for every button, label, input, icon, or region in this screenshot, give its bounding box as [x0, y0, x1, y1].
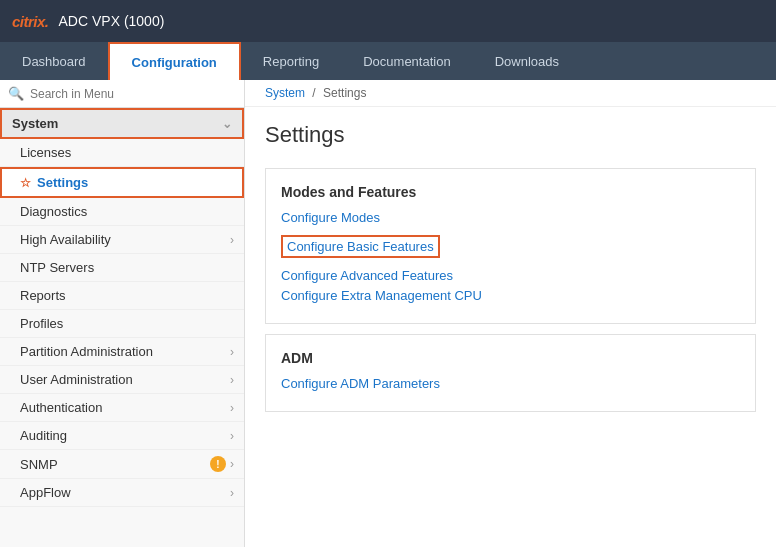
chevron-right-icon-auth: › [230, 401, 234, 415]
breadcrumb-current: Settings [323, 86, 366, 100]
sidebar-item-auditing[interactable]: Auditing › [0, 422, 244, 450]
sidebar-item-appflow[interactable]: AppFlow › [0, 479, 244, 507]
top-bar: citrix. ADC VPX (1000) [0, 0, 776, 42]
content-section-modes-features: Modes and Features Configure Modes Confi… [265, 168, 756, 324]
section-title-modes-features: Modes and Features [281, 184, 740, 200]
tab-configuration[interactable]: Configuration [108, 42, 241, 80]
sidebar-item-authentication[interactable]: Authentication › [0, 394, 244, 422]
citrix-logo: citrix. [12, 13, 49, 30]
sidebar-item-settings-left: ☆ Settings [20, 175, 88, 190]
chevron-right-icon-auditing: › [230, 429, 234, 443]
star-icon: ☆ [20, 176, 31, 190]
breadcrumb: System / Settings [245, 80, 776, 107]
main-layout: 🔍 System ⌄ Licenses ☆ Settings Diagnosti… [0, 80, 776, 547]
nav-tabs: Dashboard Configuration Reporting Docume… [0, 42, 776, 80]
sidebar-section-system[interactable]: System ⌄ [0, 108, 244, 139]
app-title: ADC VPX (1000) [59, 13, 165, 29]
tab-documentation[interactable]: Documentation [341, 42, 472, 80]
page-title: Settings [245, 107, 776, 158]
chevron-right-icon: › [230, 233, 234, 247]
content-area: System / Settings Settings Modes and Fea… [245, 80, 776, 547]
link-configure-extra-management-cpu[interactable]: Configure Extra Management CPU [281, 288, 740, 303]
chevron-right-icon-user-admin: › [230, 373, 234, 387]
logo-area: citrix. ADC VPX (1000) [12, 13, 164, 30]
search-icon: 🔍 [8, 86, 24, 101]
chevron-down-icon: ⌄ [222, 117, 232, 131]
tab-dashboard[interactable]: Dashboard [0, 42, 108, 80]
search-box[interactable]: 🔍 [0, 80, 244, 108]
sidebar-item-high-availability[interactable]: High Availability › [0, 226, 244, 254]
sidebar-item-profiles[interactable]: Profiles [0, 310, 244, 338]
sidebar-item-snmp[interactable]: SNMP ! › [0, 450, 244, 479]
link-configure-advanced-features[interactable]: Configure Advanced Features [281, 268, 740, 283]
sidebar-item-reports[interactable]: Reports [0, 282, 244, 310]
link-configure-adm-parameters[interactable]: Configure ADM Parameters [281, 376, 740, 391]
breadcrumb-parent[interactable]: System [265, 86, 305, 100]
link-configure-modes[interactable]: Configure Modes [281, 210, 740, 225]
sidebar-item-diagnostics[interactable]: Diagnostics [0, 198, 244, 226]
sidebar: 🔍 System ⌄ Licenses ☆ Settings Diagnosti… [0, 80, 245, 547]
sidebar-item-settings[interactable]: ☆ Settings [0, 167, 244, 198]
sidebar-item-ntp-servers[interactable]: NTP Servers [0, 254, 244, 282]
search-input[interactable] [30, 87, 236, 101]
section-title-adm: ADM [281, 350, 740, 366]
chevron-right-icon-snmp: › [230, 457, 234, 471]
sidebar-item-user-administration[interactable]: User Administration › [0, 366, 244, 394]
tab-reporting[interactable]: Reporting [241, 42, 341, 80]
link-configure-basic-features[interactable]: Configure Basic Features [281, 235, 440, 258]
content-section-adm: ADM Configure ADM Parameters [265, 334, 756, 412]
sidebar-item-partition-administration[interactable]: Partition Administration › [0, 338, 244, 366]
chevron-right-icon-partition: › [230, 345, 234, 359]
sidebar-item-licenses[interactable]: Licenses [0, 139, 244, 167]
warning-badge-snmp: ! [210, 456, 226, 472]
chevron-right-icon-appflow: › [230, 486, 234, 500]
tab-downloads[interactable]: Downloads [473, 42, 581, 80]
sidebar-section-label: System [12, 116, 58, 131]
breadcrumb-separator: / [312, 86, 315, 100]
